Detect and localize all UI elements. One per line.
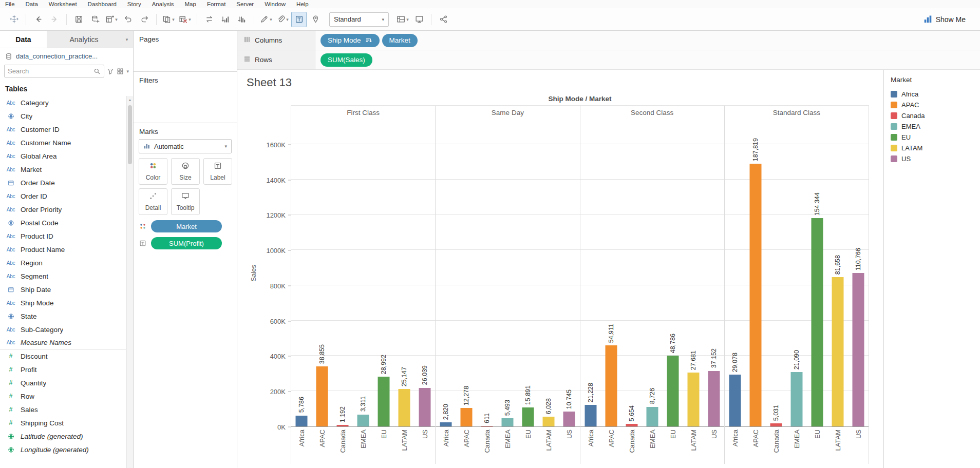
bar-second-class-latam[interactable] [687, 373, 699, 426]
show-mark-labels-button[interactable] [291, 12, 307, 27]
legend-item-canada[interactable]: Canada [891, 110, 973, 121]
menu-map[interactable]: Map [185, 1, 196, 7]
bar-same-day-emea[interactable] [502, 418, 514, 426]
bar-same-day-us[interactable] [563, 412, 575, 426]
field-sales[interactable]: #Sales [0, 403, 126, 416]
filter-icon[interactable] [107, 68, 114, 75]
bar-standard-class-canada[interactable] [770, 423, 782, 426]
group-members-button[interactable]: ▾ [275, 12, 290, 27]
field-customer-name[interactable]: AbcCustomer Name [0, 136, 126, 149]
marks-color-button[interactable]: Color [139, 158, 167, 185]
bar-first-class-apac[interactable] [316, 366, 328, 426]
swap-axes-button[interactable] [201, 12, 217, 27]
bar-second-class-africa[interactable] [585, 405, 596, 426]
back-button[interactable] [30, 12, 46, 27]
marks-detail-button[interactable]: Detail [139, 188, 167, 215]
bar-first-class-eu[interactable] [378, 377, 390, 426]
field-product-name[interactable]: AbcProduct Name [0, 243, 126, 256]
bar-standard-class-eu[interactable] [811, 218, 823, 426]
mark-type-select[interactable]: Automatic ▾ [139, 139, 232, 153]
bar-same-day-latam[interactable] [543, 417, 555, 426]
bar-standard-class-us[interactable] [852, 273, 864, 426]
menu-worksheet[interactable]: Worksheet [49, 1, 77, 7]
sort-ascending-button[interactable] [218, 12, 233, 27]
tab-analytics[interactable]: Analytics [47, 31, 121, 48]
fit-mode-select[interactable]: Standard ▾ [329, 12, 389, 27]
sort-icon[interactable] [365, 37, 372, 44]
legend-item-apac[interactable]: APAC [891, 100, 973, 110]
duplicate-button[interactable]: ▾ [161, 12, 176, 27]
redo-button[interactable] [137, 12, 152, 27]
marks-tooltip-button[interactable]: Tooltip [171, 188, 200, 215]
bar-standard-class-emea[interactable] [790, 372, 802, 426]
legend-item-eu[interactable]: EU [891, 132, 973, 143]
forward-button[interactable] [47, 12, 62, 27]
field-segment[interactable]: AbcSegment [0, 269, 126, 283]
bar-same-day-canada[interactable] [481, 426, 493, 426]
bar-standard-class-latam[interactable] [832, 277, 843, 426]
field-state[interactable]: State [0, 309, 126, 323]
bar-standard-class-africa[interactable] [729, 375, 741, 426]
field-ship-mode[interactable]: AbcShip Mode [0, 296, 126, 309]
bar-second-class-canada[interactable] [626, 424, 637, 426]
field-city[interactable]: City [0, 109, 126, 123]
bar-same-day-eu[interactable] [522, 407, 534, 426]
field-customer-id[interactable]: AbcCustomer ID [0, 123, 126, 136]
bar-first-class-emea[interactable] [357, 415, 369, 426]
field-row[interactable]: #Row [0, 389, 126, 403]
sidebar-scrollbar[interactable]: ▲ [126, 96, 133, 468]
highlight-button[interactable]: ▾ [258, 12, 274, 27]
pill-sum-profit[interactable]: SUM(Profit) [151, 237, 222, 249]
tableau-logo-button[interactable] [6, 12, 22, 27]
field-measure-names[interactable]: AbcMeasure Names [0, 336, 126, 349]
save-button[interactable] [71, 12, 86, 27]
legend-item-us[interactable]: US [891, 153, 973, 164]
bar-second-class-emea[interactable] [646, 407, 658, 427]
field-category[interactable]: AbcCategory [0, 96, 126, 109]
menu-file[interactable]: File [5, 1, 15, 7]
data-connection[interactable]: data_connection_practice... [0, 48, 133, 63]
marks-label-button[interactable]: Label [203, 158, 232, 185]
sort-descending-button[interactable] [234, 12, 250, 27]
field-discount[interactable]: #Discount [0, 349, 126, 363]
field-ship-date[interactable]: Ship Date [0, 283, 126, 296]
bar-same-day-africa[interactable] [440, 422, 452, 426]
undo-button[interactable] [120, 12, 136, 27]
scrollbar-thumb[interactable] [128, 105, 132, 164]
field-sub-category[interactable]: AbcSub-Category [0, 323, 126, 336]
field-postal-code[interactable]: Postal Code [0, 216, 126, 229]
bar-first-class-us[interactable] [419, 388, 431, 426]
bar-first-class-latam[interactable] [399, 389, 410, 426]
chevron-down-icon[interactable]: ▾ [126, 69, 129, 74]
field-product-id[interactable]: AbcProduct ID [0, 229, 126, 243]
search-input[interactable]: Search [4, 65, 104, 77]
share-button[interactable] [436, 12, 451, 27]
bar-first-class-africa[interactable] [296, 416, 308, 426]
menu-dashboard[interactable]: Dashboard [88, 1, 117, 7]
field-order-priority[interactable]: AbcOrder Priority [0, 203, 126, 216]
add-data-button[interactable] [87, 12, 103, 27]
legend-item-africa[interactable]: Africa [891, 89, 973, 100]
fix-axes-button[interactable] [308, 12, 323, 27]
scroll-up-icon[interactable]: ▲ [127, 96, 133, 103]
clear-sheet-button[interactable]: ▾ [177, 12, 193, 27]
pill-market[interactable]: Market [151, 220, 222, 232]
tab-data[interactable]: Data [0, 31, 47, 48]
pill-market[interactable]: Market [382, 34, 418, 47]
bar-second-class-apac[interactable] [605, 345, 617, 426]
menu-window[interactable]: Window [265, 1, 286, 7]
menu-format[interactable]: Format [207, 1, 225, 7]
field-region[interactable]: AbcRegion [0, 256, 126, 269]
legend-item-latam[interactable]: LATAM [891, 143, 973, 153]
bar-standard-class-apac[interactable] [749, 164, 761, 426]
bar-first-class-canada[interactable] [337, 425, 349, 426]
new-worksheet-button[interactable]: ▾ [104, 12, 119, 27]
bar-same-day-apac[interactable] [461, 408, 473, 426]
legend-item-emea[interactable]: EMEA [891, 121, 973, 132]
field-global-area[interactable]: AbcGlobal Area [0, 149, 126, 163]
marks-size-button[interactable]: Size [171, 158, 200, 185]
menu-server[interactable]: Server [236, 1, 254, 7]
field-order-date[interactable]: Order Date [0, 176, 126, 189]
field-quantity[interactable]: #Quantity [0, 376, 126, 389]
field-shipping-cost[interactable]: #Shipping Cost [0, 416, 126, 430]
